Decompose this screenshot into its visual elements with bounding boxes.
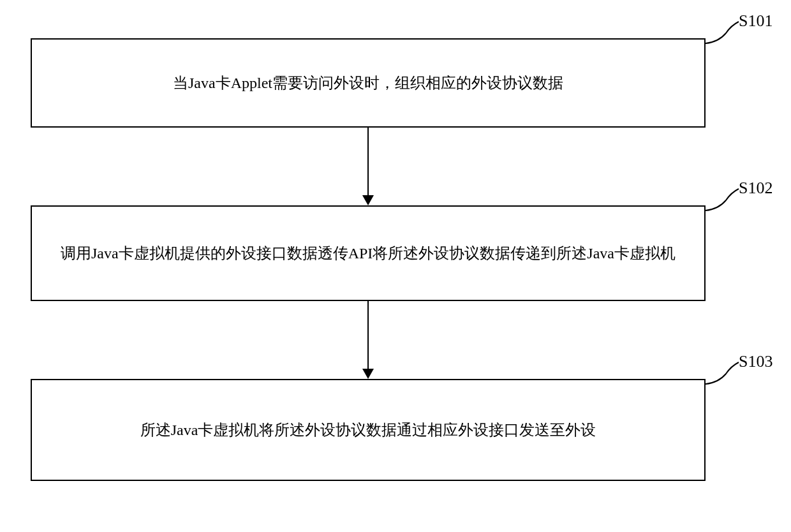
step-text-1: 当Java卡Applet需要访问外设时，组织相应的外设协议数据 bbox=[173, 71, 563, 95]
arrow-1-to-2-head bbox=[362, 195, 374, 205]
step-text-2: 调用Java卡虚拟机提供的外设接口数据透传API将所述外设协议数据传递到所述Ja… bbox=[61, 241, 676, 265]
step-label-1: S101 bbox=[739, 11, 773, 31]
step-label-2: S102 bbox=[739, 179, 773, 198]
step-box-1: 当Java卡Applet需要访问外设时，组织相应的外设协议数据 bbox=[31, 38, 706, 128]
step-label-3: S103 bbox=[739, 352, 773, 371]
arrow-1-to-2-line bbox=[367, 128, 369, 196]
step-box-3: 所述Java卡虚拟机将所述外设协议数据通过相应外设接口发送至外设 bbox=[31, 379, 706, 481]
label-connector-1 bbox=[699, 19, 744, 46]
arrow-2-to-3-head bbox=[362, 369, 374, 379]
step-box-2: 调用Java卡虚拟机提供的外设接口数据透传API将所述外设协议数据传递到所述Ja… bbox=[31, 205, 706, 301]
label-connector-3 bbox=[699, 360, 744, 387]
arrow-2-to-3-line bbox=[367, 301, 369, 370]
label-connector-2 bbox=[699, 186, 744, 213]
flowchart-canvas: 当Java卡Applet需要访问外设时，组织相应的外设协议数据 S101 调用J… bbox=[0, 0, 791, 532]
step-text-3: 所述Java卡虚拟机将所述外设协议数据通过相应外设接口发送至外设 bbox=[140, 418, 596, 442]
